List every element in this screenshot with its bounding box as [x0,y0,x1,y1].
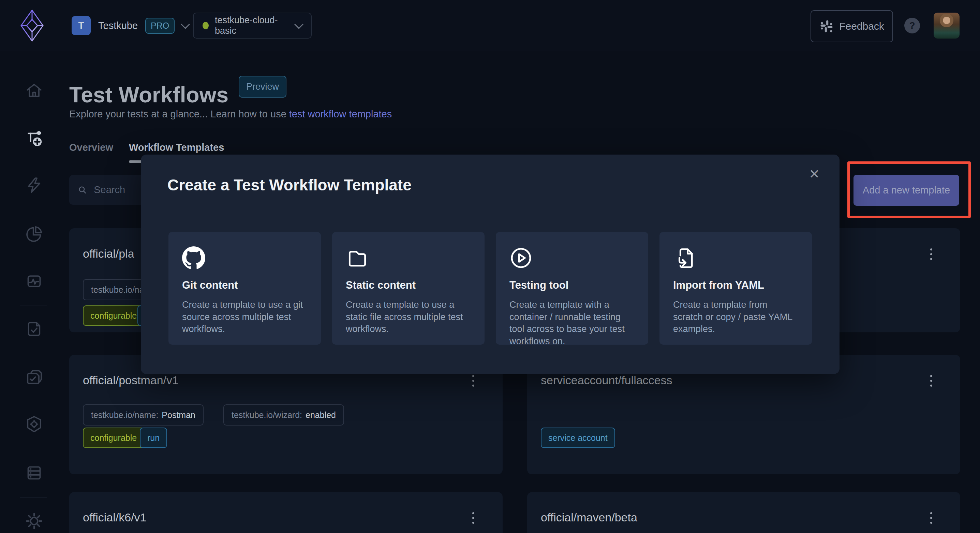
sidebar-item-insights[interactable] [25,225,44,244]
search-icon [78,185,87,195]
template-name: official/postman/v1 [83,373,179,387]
sidebar-item-test-workflows[interactable] [25,129,44,148]
question-mark-icon: ? [909,20,915,31]
executors-shield-icon [25,415,44,434]
sidebar-item-executors[interactable] [25,415,44,434]
sidebar-item-test-suites[interactable] [25,367,44,386]
environment-name: testkube-cloud-basic [215,15,290,36]
option-title: Git content [182,279,307,291]
kebab-menu-button[interactable] [924,371,938,390]
kebab-menu-button[interactable] [466,508,480,528]
help-button[interactable]: ? [904,18,920,34]
label-chip: testkube.io/wizard: enabled [223,404,344,426]
preview-badge: Preview [239,76,286,97]
template-name: official/pla [83,247,134,260]
feedback-button[interactable]: Feedback [811,10,893,42]
sidebar-divider [20,305,47,305]
option-description: Create a template from scratch or copy /… [673,299,798,335]
badge-run: run [140,428,167,448]
sidebar-item-settings[interactable] [25,512,44,531]
option-description: Create a template with a container / run… [509,299,635,348]
user-avatar[interactable] [934,13,959,38]
templates-docs-link[interactable]: test workflow templates [289,109,392,120]
option-testing-tool[interactable]: Testing tool Create a template with a co… [496,232,648,345]
github-icon [182,246,205,270]
page-title: Test Workflows [69,82,229,107]
plan-badge: PRO [145,18,175,34]
feedback-label: Feedback [839,21,884,32]
option-title: Import from YAML [673,279,798,291]
testkube-logo-icon[interactable] [20,9,45,42]
play-circle-icon [509,246,533,270]
sidebar-item-monitors[interactable] [25,271,44,290]
option-import-yaml[interactable]: Import from YAML Create a template from … [659,232,812,345]
top-bar: T Testkube PRO testkube-cloud-basic [0,0,980,51]
template-name: serviceaccount/fullaccess [541,373,673,387]
option-static-content[interactable]: Static content Create a template to use … [332,232,485,345]
chevron-down-icon [181,20,190,29]
slack-icon [819,19,834,34]
template-card[interactable]: official/maven/beta [527,492,960,533]
chevron-down-icon [294,20,304,29]
template-name: official/maven/beta [541,511,637,524]
tests-document-icon [25,319,44,338]
sidebar-item-sources[interactable] [25,463,44,482]
tab-overview[interactable]: Overview [69,142,113,153]
org-avatar: T [72,16,91,35]
kebab-menu-button[interactable] [924,508,938,528]
test-suites-stack-icon [25,367,44,386]
monitor-pulse-icon [25,271,44,290]
yaml-import-icon [673,246,696,270]
sidebar-item-triggers[interactable] [25,176,44,195]
option-title: Testing tool [509,279,635,291]
annotation-highlight-box [847,161,971,218]
page-subtitle: Explore your tests at a glance... Learn … [69,109,392,120]
kebab-menu-button[interactable] [924,245,938,264]
option-title: Static content [346,279,471,291]
environment-select[interactable]: testkube-cloud-basic [193,13,312,38]
insights-pie-icon [25,225,44,244]
subtitle-text: Explore your tests at a glance... Learn … [69,109,289,120]
sidebar-item-home[interactable] [25,81,44,101]
sidebar-item-tests[interactable] [25,319,44,338]
modal-title: Create a Test Workflow Template [167,176,412,194]
badge-configurable: configurable [83,305,144,326]
status-dot-icon [202,22,209,29]
org-name: Testkube [98,20,138,31]
kebab-menu-button[interactable] [466,371,480,390]
sidebar-divider [20,498,47,498]
template-name: official/k6/v1 [83,511,146,524]
home-icon [25,81,44,101]
tab-workflow-templates[interactable]: Workflow Templates [129,142,224,153]
label-chip: testkube.io/name: Postman [83,404,204,426]
badge-service-account: service account [541,428,615,448]
triggers-lightning-icon [25,176,44,195]
settings-gear-icon [25,512,44,531]
org-switcher[interactable]: T Testkube PRO [72,16,189,35]
option-description: Create a template to use a static file a… [346,299,471,335]
add-test-workflow-icon [25,129,44,148]
sources-server-icon [25,463,44,482]
template-card[interactable]: official/k6/v1 [69,492,503,533]
testkube-app: T Testkube PRO testkube-cloud-basic [0,0,980,533]
badge-configurable: configurable [83,428,144,448]
create-template-modal: Create a Test Workflow Template ✕ Git co… [141,155,840,374]
option-git-content[interactable]: Git content Create a template to use a g… [169,232,321,345]
option-description: Create a template to use a git source ac… [182,299,307,335]
close-icon[interactable]: ✕ [809,168,820,180]
folder-icon [346,246,369,270]
